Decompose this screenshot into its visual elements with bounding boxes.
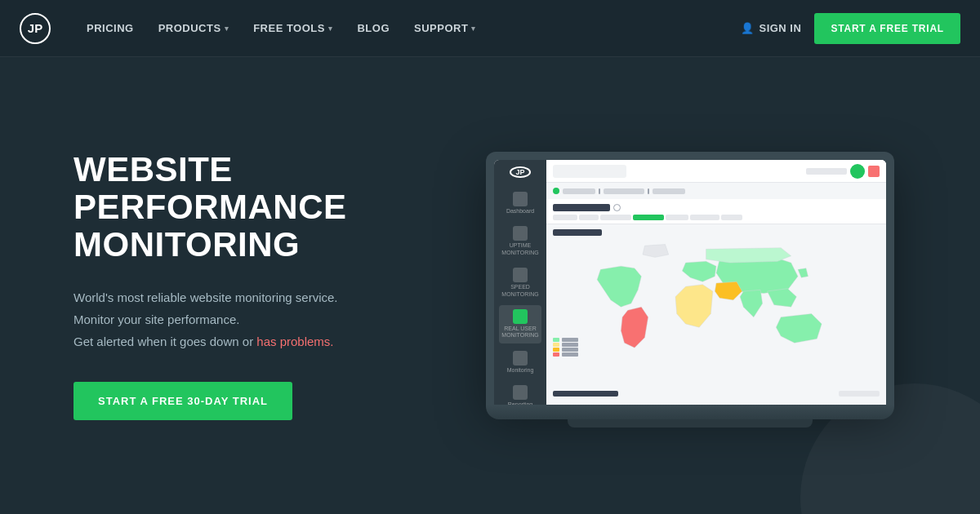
sidebar-item-rum[interactable]: REAL USER MONITORING	[499, 305, 541, 343]
status-badge	[613, 204, 621, 211]
table-title	[553, 391, 618, 397]
app-topbar	[546, 160, 886, 183]
desc-line3-start: Get alerted when it goes down or	[74, 335, 256, 348]
notification-icon[interactable]	[868, 166, 880, 177]
sidebar-monitoring-label: Monitoring	[507, 367, 534, 374]
start-trial-button[interactable]: START A FREE TRIAL	[814, 13, 960, 44]
legend-slowest	[553, 352, 578, 357]
app-content	[546, 224, 886, 391]
sidebar-item-monitoring[interactable]: Monitoring	[499, 347, 541, 378]
tab-device[interactable]	[690, 215, 719, 220]
breadcrumb-my-website	[653, 188, 685, 194]
chevron-down-icon: ▾	[225, 24, 229, 33]
app-page-header	[546, 199, 886, 224]
nav-links: PRICING PRODUCTS ▾ FREE TOOLS ▾ BLOG SUP…	[77, 16, 741, 41]
nav-blog[interactable]: BLOG	[347, 16, 399, 41]
table-header	[553, 391, 880, 397]
hero-section: WEBSITE PERFORMANCE MONITORING World's m…	[0, 57, 980, 514]
nav-right: 👤 SIGN IN START A FREE TRIAL	[741, 13, 960, 44]
app-main	[546, 160, 886, 405]
breadcrumb	[546, 183, 886, 199]
table-search[interactable]	[839, 391, 880, 397]
app-page-title	[553, 204, 880, 211]
tab-geographic[interactable]	[633, 215, 664, 220]
sign-in-link[interactable]: 👤 SIGN IN	[741, 22, 801, 34]
sidebar-dashboard-label: Dashboard	[506, 208, 534, 215]
hero-title: WEBSITE PERFORMANCE MONITORING	[74, 151, 466, 264]
nav-pricing[interactable]: PRICING	[77, 16, 144, 41]
sidebar-speed-label: SPEED MONITORING	[501, 284, 538, 298]
sidebar-item-uptime[interactable]: UPTIME MONITORING	[499, 222, 541, 260]
reporting-icon	[513, 385, 528, 400]
app-logo: JP	[510, 166, 531, 178]
nav-free-tools[interactable]: FREE TOOLS ▾	[243, 16, 342, 41]
app-sidebar: JP Dashboard UPTIME MONITORING SPEED MON…	[494, 160, 546, 405]
tab-uptime[interactable]	[721, 215, 742, 220]
world-map	[553, 242, 880, 373]
tab-connected[interactable]	[600, 215, 631, 220]
monitoring-icon	[513, 351, 528, 366]
sidebar-item-reporting[interactable]: Reporting	[499, 381, 541, 405]
tab-pages[interactable]	[579, 215, 599, 220]
uptime-icon	[513, 226, 528, 241]
avatar	[850, 164, 865, 179]
laptop-mockup: JP Dashboard UPTIME MONITORING SPEED MON…	[486, 152, 894, 419]
chevron-down-icon: ▾	[328, 24, 333, 33]
navbar: JP PRICING PRODUCTS ▾ FREE TOOLS ▾ BLOG …	[0, 0, 980, 57]
hero-text: WEBSITE PERFORMANCE MONITORING World's m…	[74, 151, 466, 421]
speed-icon	[513, 268, 528, 282]
sidebar-uptime-label: UPTIME MONITORING	[501, 242, 538, 256]
logo[interactable]: JP	[20, 13, 51, 44]
dashboard-icon	[513, 192, 528, 206]
hero-image: JP Dashboard UPTIME MONITORING SPEED MON…	[466, 152, 915, 419]
tab-summary[interactable]	[553, 215, 577, 220]
app-tabs	[553, 215, 880, 220]
breadcrumb-real-user	[604, 188, 644, 194]
username-label	[806, 168, 847, 175]
laptop-screen: JP Dashboard UPTIME MONITORING SPEED MON…	[486, 152, 894, 405]
rum-icon	[513, 309, 528, 324]
legend-medium	[553, 343, 578, 347]
breadcrumb-monitoring	[563, 188, 595, 194]
tab-browser[interactable]	[666, 215, 688, 220]
sidebar-rum-label: REAL USER MONITORING	[501, 326, 538, 339]
app-screen: JP Dashboard UPTIME MONITORING SPEED MON…	[494, 160, 886, 405]
sidebar-item-speed[interactable]: SPEED MONITORING	[499, 264, 541, 302]
chevron-down-icon: ▾	[471, 24, 476, 33]
breadcrumb-icon	[553, 188, 559, 194]
hero-description: World's most reliable website monitoring…	[74, 286, 466, 352]
sidebar-item-dashboard[interactable]: Dashboard	[499, 188, 541, 219]
nav-support[interactable]: SUPPORT ▾	[404, 16, 486, 41]
cta-button[interactable]: START A FREE 30-DAY TRIAL	[74, 382, 292, 420]
map-title	[553, 229, 602, 236]
legend-slow	[553, 348, 578, 352]
desc-line3-highlight: has problems.	[256, 335, 333, 348]
legend-fastest	[553, 338, 578, 342]
app-search-bar[interactable]	[553, 165, 626, 178]
page-title-text	[553, 204, 610, 211]
app-user	[806, 164, 880, 179]
nav-products[interactable]: PRODUCTS ▾	[149, 16, 238, 41]
user-icon: 👤	[741, 22, 755, 34]
laptop-base	[486, 405, 894, 419]
app-bottom	[546, 391, 886, 405]
map-legend	[553, 338, 578, 357]
